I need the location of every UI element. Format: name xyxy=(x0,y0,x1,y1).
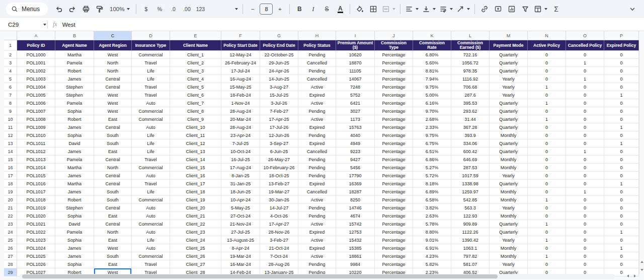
cell-E20[interactable]: Client_19 xyxy=(170,196,221,204)
insert-chart-button[interactable] xyxy=(505,3,518,16)
cell-H21[interactable]: Pending xyxy=(298,204,336,212)
cell-O17[interactable]: 0 xyxy=(566,172,604,180)
column-letter-F[interactable]: F xyxy=(221,31,260,40)
cell-B20[interactable]: Robert xyxy=(55,196,94,204)
print-button[interactable] xyxy=(79,3,93,16)
cell-F8[interactable]: 1-Nov-24 xyxy=(221,99,260,107)
cell-C17[interactable]: Central xyxy=(94,172,132,180)
row-number-26[interactable]: 26 xyxy=(4,244,17,252)
cell-L8[interactable]: 395.53 xyxy=(451,99,490,107)
cell-H5[interactable]: Cancelled xyxy=(298,75,336,83)
cell-J17[interactable]: Percentage xyxy=(375,172,413,180)
cell-B3[interactable]: Pamela xyxy=(55,59,94,67)
cell-K8[interactable]: 6.16% xyxy=(413,99,451,107)
cell-J13[interactable]: Percentage xyxy=(375,139,413,148)
cell-M27[interactable]: Monthly xyxy=(490,252,528,260)
cell-I9[interactable]: 3027 xyxy=(336,107,375,115)
cell-D10[interactable]: Commercial xyxy=(132,115,170,123)
cell-K7[interactable]: 5.00% xyxy=(413,91,451,99)
cell-L2[interactable]: 722.16 xyxy=(451,51,490,59)
cell-N27[interactable]: 1 xyxy=(528,252,566,260)
cell-K17[interactable]: 5.72% xyxy=(413,172,451,180)
cell-B13[interactable]: David xyxy=(55,139,94,148)
cell-E13[interactable]: Client_12 xyxy=(170,139,221,148)
cell-B26[interactable]: James xyxy=(55,244,94,252)
cell-P4[interactable]: 0 xyxy=(604,67,639,75)
cell-M18[interactable]: Quarterly xyxy=(490,180,528,188)
cell-M3[interactable]: Quarterly xyxy=(490,59,528,67)
cell-C23[interactable]: Central xyxy=(94,220,132,228)
cell-B22[interactable]: Sophia xyxy=(55,212,94,220)
cell-E14[interactable]: Client_13 xyxy=(170,148,221,156)
cell-O22[interactable]: 0 xyxy=(566,212,604,220)
cell-N15[interactable]: 0 xyxy=(528,156,566,164)
cell-D17[interactable]: Auto xyxy=(132,172,170,180)
cell-L9[interactable]: 293.62 xyxy=(451,107,490,115)
cell-O13[interactable]: 0 xyxy=(566,139,604,148)
font-size-input[interactable]: 8 xyxy=(260,4,273,15)
cell-O18[interactable]: 0 xyxy=(566,180,604,188)
column-letter-B[interactable]: B xyxy=(55,31,94,40)
cell-H10[interactable]: Active xyxy=(298,115,336,123)
cell-F26[interactable]: 8-Apr-24 xyxy=(221,244,260,252)
cell-F28[interactable]: 16-Mar-24 xyxy=(221,260,260,268)
cell-E23[interactable]: Client_22 xyxy=(170,220,221,228)
cell-M16[interactable]: Monthly xyxy=(490,164,528,172)
cell-A15[interactable]: POL1013 xyxy=(17,156,55,164)
cell-K28[interactable]: 5.82% xyxy=(413,260,451,268)
row-number-21[interactable]: 21 xyxy=(4,204,17,212)
cell-P3[interactable]: 0 xyxy=(604,59,639,67)
cell-A11[interactable]: POL1009 xyxy=(17,123,55,131)
cell-I22[interactable]: 4674 xyxy=(336,212,375,220)
cell-K18[interactable]: 8.18% xyxy=(413,180,451,188)
cell-L16[interactable]: 287.53 xyxy=(451,164,490,172)
bold-button[interactable]: B xyxy=(293,3,306,16)
cell-F27[interactable]: 19-Mar-24 xyxy=(221,252,260,260)
cell-H15[interactable]: Pending xyxy=(298,156,336,164)
cell-N2[interactable]: 0 xyxy=(528,51,566,59)
cell-O21[interactable]: 0 xyxy=(566,204,604,212)
cell-O26[interactable]: 0 xyxy=(566,244,604,252)
cell-F18[interactable]: 31-Jan-25 xyxy=(221,180,260,188)
cell-J4[interactable]: Percentage xyxy=(375,67,413,75)
cell-L17[interactable]: 1017.59 xyxy=(451,172,490,180)
scroll-down-icon[interactable] xyxy=(640,269,643,271)
cell-D3[interactable]: Travel xyxy=(132,59,170,67)
cell-B25[interactable]: Sophia xyxy=(55,236,94,244)
cell-E28[interactable]: Client_27 xyxy=(170,260,221,268)
cell-N25[interactable]: 1 xyxy=(528,236,566,244)
cell-B10[interactable]: Robert xyxy=(55,115,94,123)
cell-D20[interactable]: Commercial xyxy=(132,196,170,204)
cell-H3[interactable]: Cancelled xyxy=(298,59,336,67)
cell-O9[interactable]: 0 xyxy=(566,107,604,115)
cell-A18[interactable]: POL1016 xyxy=(17,180,55,188)
cell-B14[interactable]: James xyxy=(55,148,94,156)
cell-D5[interactable]: Life xyxy=(132,75,170,83)
cell-G4[interactable]: 24-Apr-26 xyxy=(260,67,298,75)
cell-B9[interactable]: Sophia xyxy=(55,107,94,115)
cell-G6[interactable]: 3-Aug-27 xyxy=(260,83,298,91)
cell-J15[interactable]: Percentage xyxy=(375,156,413,164)
cell-K27[interactable]: 4.23% xyxy=(413,252,451,260)
cell-P10[interactable]: 0 xyxy=(604,115,639,123)
cell-C15[interactable]: Central xyxy=(94,156,132,164)
cell-L23[interactable]: 909.89 xyxy=(451,220,490,228)
cell-N26[interactable]: 0 xyxy=(528,244,566,252)
column-letter-O[interactable]: O xyxy=(566,31,604,40)
cell-E2[interactable]: Client_1 xyxy=(170,51,221,59)
cell-H8[interactable]: Active xyxy=(298,99,336,107)
column-letter-D[interactable]: D xyxy=(132,31,170,40)
cell-K22[interactable]: 2.63% xyxy=(413,212,451,220)
cell-L22[interactable]: 122.93 xyxy=(451,212,490,220)
cell-B4[interactable]: Robert xyxy=(55,67,94,75)
cell-A25[interactable]: POL1023 xyxy=(17,236,55,244)
cell-O8[interactable]: 0 xyxy=(566,99,604,107)
formula-input[interactable]: West xyxy=(62,22,75,28)
cell-D14[interactable]: Life xyxy=(132,148,170,156)
cell-K25[interactable]: 9.01% xyxy=(413,236,451,244)
cell-H17[interactable]: Pending xyxy=(298,172,336,180)
row-number-19[interactable]: 19 xyxy=(4,188,17,196)
functions-button[interactable]: Σ xyxy=(549,3,562,16)
cell-K13[interactable]: 6.75% xyxy=(413,139,451,148)
row-number-23[interactable]: 23 xyxy=(4,220,17,228)
